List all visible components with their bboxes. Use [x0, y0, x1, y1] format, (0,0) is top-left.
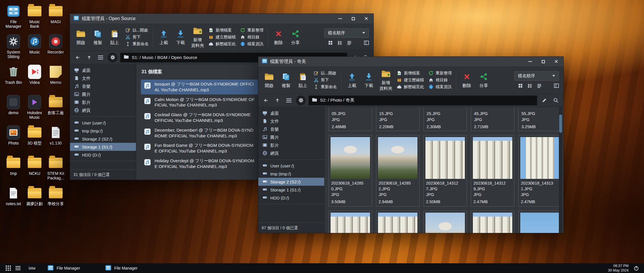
w1-sidebar-item-music[interactable]: 音樂	[70, 82, 136, 90]
desktop-icon-demo[interactable]: demo	[3, 93, 24, 124]
scrollbar-thumb[interactable]	[559, 114, 562, 133]
w1-menu-button[interactable]	[96, 53, 105, 62]
w1-open-button[interactable]: 開啟	[75, 29, 87, 46]
w1-delete-button[interactable]: 刪除	[272, 29, 285, 46]
w1-extract-here-button[interactable]: 解壓縮至此	[208, 41, 236, 47]
w2-sidebar-item-desktop[interactable]: 桌面	[258, 109, 324, 117]
w1-refresh-button[interactable]: 重新整理	[240, 28, 263, 33]
w2-titlebar[interactable]: 檔案管理員 - 奇美 ×	[258, 57, 563, 66]
w2-open-button[interactable]: 開啟	[263, 72, 275, 88]
w2-photo-cell[interactable]: 20230618_142852.JPG JPG 2.94MB	[376, 135, 419, 207]
w2-photo-cell[interactable]: 25.JPG JPG 2.30MB	[423, 107, 467, 131]
w2-photo-cell[interactable]	[518, 211, 562, 233]
w2-upload-button[interactable]: 上載	[346, 72, 358, 88]
w2-share-button[interactable]: 分享	[477, 72, 490, 88]
w2-path-bar[interactable]: S2: / Photo / 奇美	[309, 96, 537, 105]
w2-rename-button[interactable]: 重新命名	[313, 84, 337, 90]
w2-edit-path-button[interactable]	[540, 96, 549, 105]
w2-sidebar-item-videos[interactable]: 影片	[258, 141, 324, 149]
w1-sort-order-dropdown[interactable]: 檔名順序	[324, 28, 369, 38]
w2-settings-button[interactable]	[296, 96, 306, 105]
w2-download-button[interactable]: 下載	[363, 72, 375, 88]
taskbar-task-file-manager-2[interactable]: File Manager	[101, 263, 142, 273]
w2-view-compact-button[interactable]	[537, 84, 541, 89]
desktop-icon-recorder[interactable]: Recorder	[45, 33, 66, 63]
w2-photo-cell[interactable]: 20230618_143131.JPG JPG 2.47MB	[518, 135, 562, 207]
w1-titlebar[interactable]: 檔案管理員 - Open Source ×	[70, 14, 373, 23]
w2-up-button[interactable]	[273, 96, 282, 105]
w2-minimize-button[interactable]	[527, 59, 533, 64]
w2-photo-cell[interactable]	[471, 211, 514, 233]
w2-drive-hdd[interactable]: HDD (D:/)	[258, 194, 324, 202]
desktop-icon-v1130[interactable]: v1.130	[45, 124, 66, 154]
w1-sidebar-item-desktop[interactable]: 桌面	[70, 66, 136, 74]
w1-new-folder-button[interactable]: 新增 資料夾	[191, 26, 204, 48]
desktop-icon-school-share[interactable]: 學校分享	[45, 184, 66, 215]
w2-view-list-button[interactable]	[528, 84, 532, 89]
w1-paste-button[interactable]: 貼上	[108, 29, 121, 46]
desktop-icon-system-slitting[interactable]: System Slitting	[3, 33, 24, 63]
w1-new-file-button[interactable]: 新增檔案	[208, 28, 236, 33]
desktop-icon-videa[interactable]: Videa	[24, 63, 45, 93]
w2-extract-here-button[interactable]: 解壓縮至此	[397, 84, 424, 90]
desktop-icon-photo[interactable]: Photo	[3, 124, 24, 154]
w2-sidebar-item-documents[interactable]: 文件	[258, 117, 324, 125]
w1-open-with-button[interactable]: 以...開啟	[125, 28, 149, 33]
w1-settings-button[interactable]	[108, 53, 117, 62]
w1-sidebar-item-videos[interactable]: 影片	[70, 98, 136, 106]
w1-cut-button[interactable]: 剪下	[125, 35, 149, 40]
desktop-icon-music-bank[interactable]: Music Bank	[24, 2, 45, 33]
desktop-icon-holodex-music[interactable]: Holodex Music	[24, 93, 45, 124]
power-button[interactable]	[632, 263, 641, 273]
w2-photo-cell[interactable]: 45.JPG JPG 2.71MB	[471, 107, 514, 131]
desktop-icon-trash-bin[interactable]: Trash Bin	[3, 63, 24, 93]
w1-sidebar-item-web[interactable]: 網頁	[70, 106, 136, 114]
w2-photo-cell[interactable]: 05.JPG JPG 2.48MB	[329, 107, 372, 131]
w1-create-archive-button[interactable]: 建立壓縮檔	[208, 35, 236, 40]
w1-drive-storage1-selected[interactable]: Storage 1 (S1:/)	[70, 143, 136, 151]
w2-photo-cell[interactable]	[423, 211, 467, 233]
w2-sidebar-item-web[interactable]: 網頁	[258, 149, 324, 157]
desktop-icon-dream-plan[interactable]: 圓夢計劃	[24, 184, 45, 215]
w2-sidebar-item-music[interactable]: 音樂	[258, 125, 324, 133]
w2-photo-cell[interactable]: 20230618_143129.JPG JPG 2.47MB	[471, 135, 514, 207]
w1-drive-hdd[interactable]: HDD (D:/)	[70, 151, 136, 159]
w2-photo-cell[interactable]: 20230618_142850.JPG JPG 3.50MB	[329, 135, 372, 207]
w2-photo-cell[interactable]: 55.JPG JPG 3.25MB	[518, 107, 562, 131]
taskbar-task-file-manager-1[interactable]: File Manager	[43, 263, 84, 273]
w1-sidebar-item-pictures[interactable]: 圖片	[70, 90, 136, 98]
w2-scrollbar[interactable]	[559, 107, 562, 233]
desktop-icon-magi[interactable]: MAGI	[45, 2, 66, 33]
w2-drive-storage2-selected[interactable]: Storage 2 (S2:/)	[258, 178, 324, 186]
desktop-icon-maker-factory[interactable]: 創客工廠	[45, 93, 66, 124]
w1-upload-button[interactable]: 上載	[157, 29, 170, 46]
desktop-icon-stem-kit[interactable]: STEM Kit Packag...	[45, 154, 66, 184]
w1-up-button[interactable]	[85, 53, 93, 62]
desktop-icon-file-manager[interactable]: File Manager	[3, 2, 24, 33]
w2-maximize-button[interactable]	[541, 59, 546, 64]
w1-view-list-button[interactable]	[338, 41, 342, 46]
w2-paste-button[interactable]: 貼上	[297, 72, 309, 88]
w2-drive-tmp[interactable]: tmp (tmp:/)	[258, 170, 324, 178]
start-button[interactable]	[3, 263, 13, 273]
w1-drive-user[interactable]: User (user:/)	[70, 119, 136, 127]
w2-photo-cell[interactable]	[376, 211, 419, 233]
w2-create-archive-button[interactable]: 建立壓縮檔	[397, 78, 424, 83]
w1-drive-storage2[interactable]: Storage 2 (S2:/)	[70, 135, 136, 143]
w2-sort-order-dropdown[interactable]: 檔名順序	[514, 71, 559, 81]
w1-back-button[interactable]	[73, 53, 82, 62]
w2-delete-button[interactable]: 刪除	[461, 72, 473, 88]
desktop-icon-memo[interactable]: Memo	[45, 63, 66, 93]
desktop-icon-tmp[interactable]: tmp	[3, 154, 24, 184]
w1-view-pane-button[interactable]	[364, 41, 369, 46]
w2-view-grid-button[interactable]	[518, 84, 523, 89]
w1-view-compact-button[interactable]	[347, 41, 351, 46]
w2-refresh-button[interactable]: 重新整理	[428, 71, 452, 76]
w2-close-button[interactable]: ×	[554, 59, 559, 64]
w2-new-file-button[interactable]: 新增檔案	[397, 71, 424, 76]
w2-copy-button[interactable]: 複製	[280, 72, 292, 88]
task-list-button[interactable]	[13, 263, 23, 273]
w2-photo-cell[interactable]: 20230618_143127.JPG JPG 2.50MB	[423, 135, 467, 207]
w2-view-pane-button[interactable]	[554, 84, 559, 89]
w1-download-button[interactable]: 下載	[174, 29, 187, 46]
